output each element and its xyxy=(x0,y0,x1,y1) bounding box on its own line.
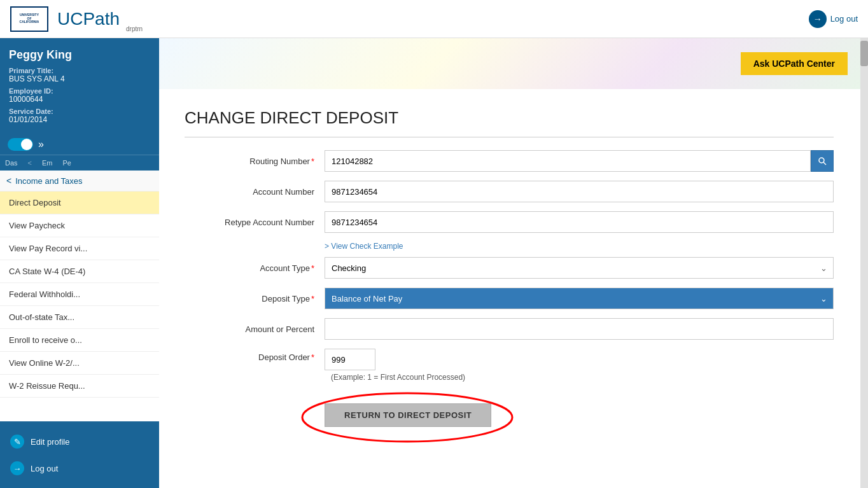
primary-title-label: Primary Title: xyxy=(9,67,150,74)
page-title: CHANGE DIRECT DEPOSIT xyxy=(185,108,834,137)
account-type-label: Account Type* xyxy=(185,263,325,273)
account-number-input[interactable] xyxy=(325,181,834,202)
account-type-select[interactable]: Checking Savings xyxy=(325,257,834,279)
user-info: Peggy King Primary Title: BUS SYS ANL 4 … xyxy=(0,38,159,134)
svg-line-1 xyxy=(823,162,826,165)
app-header: UNIVERSITY OF CALIFORNIA UCPath drptrn →… xyxy=(0,0,868,38)
submenu-item-ca-state-w4[interactable]: CA State W-4 (DE-4) xyxy=(0,260,159,283)
logo-area: UNIVERSITY OF CALIFORNIA UCPath xyxy=(10,6,120,32)
sidebar-toggle[interactable] xyxy=(8,138,33,151)
edit-profile-btn[interactable]: ✎ Edit profile xyxy=(0,428,159,455)
main-content: Ask UCPath Center CHANGE DIRECT DEPOSIT … xyxy=(159,38,860,488)
sidebar: Peggy King Primary Title: BUS SYS ANL 4 … xyxy=(0,38,159,488)
sidebar-logout-icon: → xyxy=(10,461,24,475)
header-right: → Log out xyxy=(809,10,858,28)
routing-number-input-group xyxy=(325,150,834,172)
deposit-order-row: Deposit Order* (Example: 1 = First Accou… xyxy=(185,349,834,382)
deposit-order-required: * xyxy=(311,352,314,362)
submenu-header: < Income and Taxes xyxy=(0,171,159,192)
submenu-item-federal-withholding[interactable]: Federal Withholdi... xyxy=(0,283,159,306)
submenu-item-out-of-state-tax[interactable]: Out-of-state Tax... xyxy=(0,306,159,329)
svg-point-0 xyxy=(819,158,824,163)
deposit-order-group: (Example: 1 = First Account Processed) xyxy=(325,349,465,382)
submenu-item-view-paycheck[interactable]: View Paycheck xyxy=(0,214,159,237)
scrollbar[interactable] xyxy=(860,38,868,488)
nav-das[interactable]: Das xyxy=(0,155,23,171)
submenu-item-w2-reissue[interactable]: W-2 Reissue Requ... xyxy=(0,375,159,398)
uc-logo: UNIVERSITY OF CALIFORNIA xyxy=(10,6,48,32)
submenu-item-enroll[interactable]: Enroll to receive o... xyxy=(0,329,159,352)
deposit-type-row: Deposit Type* Balance of Net Pay Fixed A… xyxy=(185,288,834,309)
routing-required-star: * xyxy=(311,157,314,166)
user-name: Peggy King xyxy=(9,48,150,62)
submenu-panel: < Income and Taxes Direct Deposit View P… xyxy=(0,171,159,421)
account-type-select-wrapper: Checking Savings ⌄ xyxy=(325,257,834,279)
logout-icon: → xyxy=(809,10,827,28)
sidebar-logout-btn[interactable]: → Log out xyxy=(0,455,159,482)
nav-row: Das < Em Pe xyxy=(0,155,159,171)
ucpath-logo-text: UCPath xyxy=(57,9,120,29)
routing-number-input[interactable] xyxy=(325,150,811,172)
drptrn-label: drptrn xyxy=(126,25,143,32)
sidebar-bottom: ✎ Edit profile → Log out xyxy=(0,421,159,488)
service-date-value: 01/01/2014 xyxy=(9,115,150,124)
submenu-item-view-w2[interactable]: View Online W-2/... xyxy=(0,352,159,375)
logout-button[interactable]: → Log out xyxy=(809,10,858,28)
retype-account-label: Retype Account Number xyxy=(185,218,325,227)
return-to-direct-deposit-btn[interactable]: RETURN TO DIRECT DEPOSIT xyxy=(325,403,491,427)
submenu-back-btn[interactable]: < xyxy=(6,176,11,186)
nav-chevron[interactable]: < xyxy=(23,155,37,171)
view-check-link[interactable]: > View Check Example xyxy=(325,242,834,251)
sidebar-collapse-btn[interactable]: » xyxy=(38,139,44,150)
deposit-type-required: * xyxy=(311,294,314,303)
routing-number-label: Routing Number* xyxy=(185,157,325,166)
deposit-order-input[interactable] xyxy=(325,349,375,370)
nav-pe[interactable]: Pe xyxy=(58,155,76,171)
edit-profile-icon: ✎ xyxy=(10,435,24,449)
account-number-label: Account Number xyxy=(185,187,325,197)
submenu-title: Income and Taxes xyxy=(15,176,82,186)
amount-input[interactable] xyxy=(325,318,834,340)
deposit-type-label: Deposit Type* xyxy=(185,294,325,303)
ask-ucpath-btn[interactable]: Ask UCPath Center xyxy=(741,52,848,75)
routing-search-btn[interactable] xyxy=(811,150,834,172)
account-number-row: Account Number xyxy=(185,181,834,202)
deposit-order-label: Deposit Order* xyxy=(185,349,325,362)
deposit-type-select-wrapper: Balance of Net Pay Fixed Amount Percenta… xyxy=(325,288,834,309)
service-date-label: Service Date: xyxy=(9,108,150,115)
account-type-row: Account Type* Checking Savings ⌄ xyxy=(185,257,834,279)
banner: Ask UCPath Center xyxy=(159,38,860,89)
toggle-knob xyxy=(21,139,32,150)
submenu-item-direct-deposit[interactable]: Direct Deposit xyxy=(0,192,159,214)
form-area: CHANGE DIRECT DEPOSIT Routing Number* xyxy=(159,89,859,446)
routing-number-row: Routing Number* xyxy=(185,150,834,172)
return-btn-container: RETURN TO DIRECT DEPOSIT xyxy=(325,403,491,427)
submenu-item-view-pay-record[interactable]: View Pay Record vi... xyxy=(0,237,159,260)
search-icon xyxy=(818,157,827,165)
primary-title-value: BUS SYS ANL 4 xyxy=(9,74,150,83)
account-type-required: * xyxy=(311,263,314,273)
employee-id-value: 10000644 xyxy=(9,95,150,104)
retype-account-row: Retype Account Number xyxy=(185,211,834,233)
amount-row: Amount or Percent xyxy=(185,318,834,340)
retype-account-input[interactable] xyxy=(325,211,834,233)
employee-id-label: Employee ID: xyxy=(9,87,150,95)
nav-em[interactable]: Em xyxy=(37,155,58,171)
deposit-type-select[interactable]: Balance of Net Pay Fixed Amount Percenta… xyxy=(325,288,834,309)
amount-label: Amount or Percent xyxy=(185,324,325,334)
scrollbar-thumb[interactable] xyxy=(860,41,868,66)
deposit-order-example: (Example: 1 = First Account Processed) xyxy=(331,373,465,382)
